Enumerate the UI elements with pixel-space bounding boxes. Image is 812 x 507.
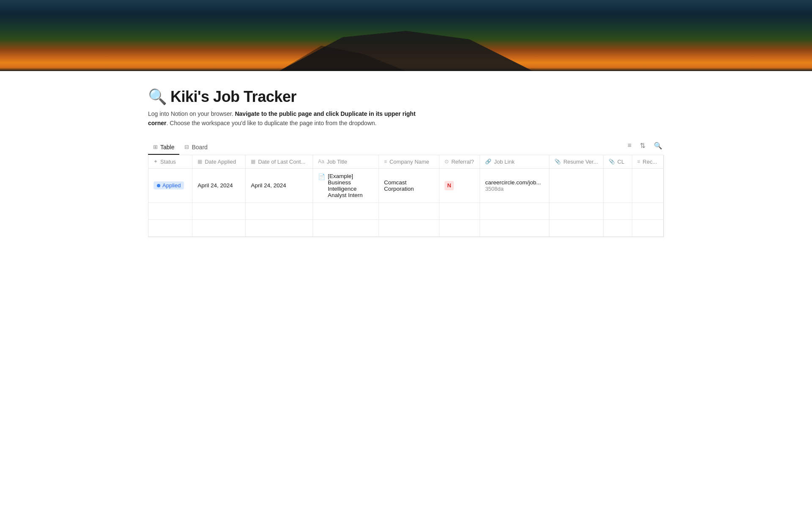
company-name-col-icon: ≡ bbox=[384, 159, 387, 164]
tab-board-label: Board bbox=[192, 144, 207, 151]
status-label: Applied bbox=[162, 182, 181, 189]
job-link-sub: 3508da bbox=[485, 186, 544, 192]
table-container: ✦ Status ▦ Date Applied ▦ Date of bbox=[148, 155, 664, 237]
description-end: . Choose the workspace you'd like to dup… bbox=[167, 120, 377, 126]
cell-rec bbox=[632, 168, 663, 203]
tab-board[interactable]: ⊟ Board bbox=[179, 140, 212, 155]
status-col-icon: ✦ bbox=[154, 159, 158, 164]
table-icon: ⊞ bbox=[153, 144, 158, 150]
empty2-cell-2 bbox=[192, 219, 246, 236]
empty2-cell-9 bbox=[603, 219, 632, 236]
date-applied-col-icon: ▦ bbox=[198, 159, 202, 164]
table-row-empty-2[interactable] bbox=[148, 219, 664, 236]
resume-ver-col-icon: 📎 bbox=[554, 159, 561, 164]
status-badge: Applied bbox=[154, 181, 184, 189]
col-cl-label: CL bbox=[617, 159, 625, 165]
col-rec-label: Rec... bbox=[643, 159, 657, 165]
empty-cell-9 bbox=[603, 203, 632, 219]
table-header-row: ✦ Status ▦ Date Applied ▦ Date of bbox=[148, 155, 664, 169]
search-icon: 🔍 bbox=[654, 142, 662, 150]
page-description: Log into Notion on your browser. Navigat… bbox=[148, 109, 436, 128]
date-last-contact-col-icon: ▦ bbox=[251, 159, 255, 164]
cell-job-link: careercircle.com/job... 3508da bbox=[480, 168, 549, 203]
empty2-cell-4 bbox=[313, 219, 379, 236]
filter-icon: ≡ bbox=[628, 142, 631, 149]
page-content: 🔍 Kiki's Job Tracker Log into Notion on … bbox=[110, 71, 702, 254]
page-title-area: 🔍 Kiki's Job Tracker bbox=[148, 88, 664, 106]
job-title-doc-icon: 📄 bbox=[318, 173, 325, 180]
empty-cell-6 bbox=[439, 203, 480, 219]
job-title-value: [Example] Business Intelligence Analyst … bbox=[328, 173, 373, 198]
col-job-link-label: Job Link bbox=[494, 159, 514, 165]
col-resume-ver: 📎 Resume Ver... bbox=[549, 155, 604, 169]
col-company-name: ≡ Company Name bbox=[379, 155, 439, 169]
table-row-empty-1[interactable] bbox=[148, 203, 664, 219]
board-icon: ⊟ bbox=[184, 144, 189, 150]
tab-table-label: Table bbox=[160, 144, 174, 151]
empty-cell-10 bbox=[632, 203, 663, 219]
col-cl: 📎 CL bbox=[603, 155, 632, 169]
table-row[interactable]: Applied April 24, 2024 April 24, 2024 📄 … bbox=[148, 168, 664, 203]
cl-col-icon: 📎 bbox=[609, 159, 615, 164]
toolbar-right: ≡ ⇅ 🔍 bbox=[626, 140, 664, 155]
col-job-title: Aa Job Title bbox=[313, 155, 379, 169]
col-status-label: Status bbox=[160, 159, 176, 165]
col-referral: ⊙ Referral? bbox=[439, 155, 480, 169]
data-table: ✦ Status ▦ Date Applied ▦ Date of bbox=[148, 155, 664, 237]
cell-date-applied: April 24, 2024 bbox=[192, 168, 246, 203]
rec-col-icon: ≡ bbox=[637, 159, 640, 164]
empty2-cell-5 bbox=[379, 219, 439, 236]
cell-date-last-contact: April 24, 2024 bbox=[246, 168, 313, 203]
referral-col-icon: ⊙ bbox=[444, 159, 449, 164]
cell-company-name: Comcast Corporation bbox=[379, 168, 439, 203]
empty-cell-3 bbox=[246, 203, 313, 219]
date-applied-value: April 24, 2024 bbox=[198, 182, 233, 189]
col-rec: ≡ Rec... bbox=[632, 155, 663, 169]
col-date-last-contact-label: Date of Last Cont... bbox=[258, 159, 305, 165]
col-resume-ver-label: Resume Ver... bbox=[563, 159, 598, 165]
search-button[interactable]: 🔍 bbox=[652, 140, 664, 151]
sort-button[interactable]: ⇅ bbox=[638, 140, 647, 151]
col-job-title-label: Job Title bbox=[327, 159, 347, 165]
job-link-container: careercircle.com/job... 3508da bbox=[485, 179, 544, 192]
filter-button[interactable]: ≡ bbox=[626, 140, 633, 151]
company-name-value: Comcast Corporation bbox=[384, 179, 414, 192]
col-company-name-label: Company Name bbox=[390, 159, 429, 165]
empty2-cell-6 bbox=[439, 219, 480, 236]
job-link-col-icon: 🔗 bbox=[485, 159, 491, 164]
job-title-cell: 📄 [Example] Business Intelligence Analys… bbox=[318, 173, 373, 198]
referral-badge: N bbox=[444, 181, 454, 190]
date-last-contact-value: April 24, 2024 bbox=[251, 182, 286, 189]
empty2-cell-1 bbox=[148, 219, 192, 236]
view-tabs: ⊞ Table ⊟ Board ≡ ⇅ 🔍 bbox=[148, 140, 664, 155]
tab-table[interactable]: ⊞ Table bbox=[148, 140, 179, 155]
col-date-applied-label: Date Applied bbox=[205, 159, 236, 165]
empty-cell-5 bbox=[379, 203, 439, 219]
page-title: Kiki's Job Tracker bbox=[170, 88, 296, 106]
empty-cell-7 bbox=[480, 203, 549, 219]
col-date-last-contact: ▦ Date of Last Cont... bbox=[246, 155, 313, 169]
sort-icon: ⇅ bbox=[640, 142, 645, 150]
col-job-link: 🔗 Job Link bbox=[480, 155, 549, 169]
job-link-main: careercircle.com/job... bbox=[485, 179, 544, 186]
empty2-cell-3 bbox=[246, 219, 313, 236]
col-referral-label: Referral? bbox=[451, 159, 474, 165]
cell-status: Applied bbox=[148, 168, 192, 203]
empty-cell-8 bbox=[549, 203, 604, 219]
empty2-cell-8 bbox=[549, 219, 604, 236]
col-status: ✦ Status bbox=[148, 155, 192, 169]
job-title-col-icon: Aa bbox=[318, 159, 324, 164]
cell-job-title: 📄 [Example] Business Intelligence Analys… bbox=[313, 168, 379, 203]
hero-banner bbox=[0, 0, 812, 71]
cell-resume-ver bbox=[549, 168, 604, 203]
empty2-cell-10 bbox=[632, 219, 663, 236]
page-emoji: 🔍 bbox=[148, 88, 167, 106]
empty-cell-4 bbox=[313, 203, 379, 219]
col-date-applied: ▦ Date Applied bbox=[192, 155, 246, 169]
empty-cell-1 bbox=[148, 203, 192, 219]
description-normal: Log into Notion on your browser. bbox=[148, 110, 235, 117]
empty2-cell-7 bbox=[480, 219, 549, 236]
cell-cl bbox=[603, 168, 632, 203]
status-dot bbox=[157, 184, 160, 187]
empty-cell-2 bbox=[192, 203, 246, 219]
